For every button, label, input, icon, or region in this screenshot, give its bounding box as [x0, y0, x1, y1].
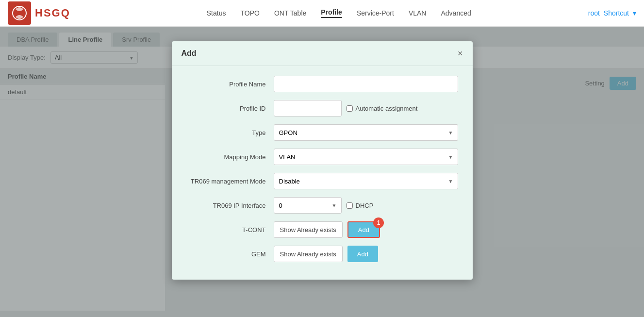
dhcp-checkbox-label[interactable]: DHCP: [347, 202, 374, 209]
modal-header: Add ×: [172, 41, 473, 66]
tr069-ip-label: TR069 IP Interface: [186, 202, 274, 209]
dhcp-label-text: DHCP: [356, 202, 374, 209]
tr069-ip-select-wrapper[interactable]: 0 1: [274, 197, 342, 214]
nav-vlan[interactable]: VLAN: [409, 9, 427, 17]
main-content: DBA Profile Line Profile Srv Profile Dis…: [0, 27, 644, 317]
automatic-assignment-checkbox-label[interactable]: Automatic assignment: [347, 105, 418, 112]
nav-shortcut-arrow-icon[interactable]: ▾: [633, 9, 636, 17]
mapping-mode-select-wrapper[interactable]: VLAN GEM: [274, 149, 458, 165]
modal-overlay: Add × Profile Name Profile ID Auto: [0, 27, 644, 317]
gem-label: GEM: [186, 250, 274, 258]
gem-add-button[interactable]: Add: [347, 246, 378, 262]
form-row-tr069-ip: TR069 IP Interface 0 1 DHCP: [186, 197, 458, 214]
gem-add-button-label: Add: [357, 250, 368, 258]
profile-name-label: Profile Name: [186, 81, 274, 88]
mapping-mode-select[interactable]: VLAN GEM: [274, 149, 458, 165]
tr069-mgmt-select[interactable]: Disable Enable: [274, 173, 458, 189]
modal: Add × Profile Name Profile ID Auto: [172, 41, 473, 280]
type-select-wrapper[interactable]: GPON EPON: [274, 124, 458, 141]
svg-rect-0: [8, 1, 31, 25]
form-row-profile-name: Profile Name: [186, 76, 458, 92]
form-row-profile-id: Profile ID Automatic assignment: [186, 100, 458, 117]
nav-service-port[interactable]: Service-Port: [357, 9, 394, 17]
modal-title: Add: [182, 49, 197, 58]
automatic-assignment-text: Automatic assignment: [356, 105, 418, 112]
form-row-gem: GEM Show Already exists Add: [186, 246, 458, 262]
tr069-ip-select[interactable]: 0 1: [274, 197, 342, 214]
tcont-add-button[interactable]: Add 1: [347, 221, 380, 238]
logo-text: HSGQ: [35, 7, 70, 19]
nav-shortcut[interactable]: Shortcut: [604, 9, 629, 17]
nav-status[interactable]: Status: [207, 9, 226, 17]
tcont-label: T-CONT: [186, 226, 274, 234]
nav-advanced[interactable]: Advanced: [441, 9, 471, 17]
logo-icon: [8, 1, 31, 25]
tcont-badge: 1: [373, 217, 384, 228]
logo-area: HSGQ: [8, 1, 70, 25]
type-select[interactable]: GPON EPON: [274, 124, 458, 141]
tcont-show-exists-button[interactable]: Show Already exists: [274, 221, 343, 238]
dhcp-checkbox[interactable]: [347, 202, 353, 209]
gem-show-exists-button[interactable]: Show Already exists: [274, 246, 343, 262]
nav-profile[interactable]: Profile: [321, 8, 342, 18]
form-row-mapping-mode: Mapping Mode VLAN GEM: [186, 149, 458, 165]
mapping-mode-label: Mapping Mode: [186, 153, 274, 161]
tr069-ip-row-inline: 0 1 DHCP: [274, 197, 458, 214]
profile-id-row-inline: Automatic assignment: [274, 100, 458, 117]
form-row-tcont: T-CONT Show Already exists Add 1: [186, 221, 458, 238]
tr069-mgmt-select-wrapper[interactable]: Disable Enable: [274, 173, 458, 189]
modal-close-button[interactable]: ×: [458, 49, 463, 58]
modal-body: Profile Name Profile ID Automatic assign…: [172, 66, 473, 280]
profile-id-label: Profile ID: [186, 105, 274, 112]
nav-links: Status TOPO ONT Table Profile Service-Po…: [90, 8, 588, 18]
tr069-mgmt-label: TR069 management Mode: [186, 178, 274, 185]
top-nav: HSGQ Status TOPO ONT Table Profile Servi…: [0, 0, 644, 27]
nav-user: root: [588, 9, 600, 17]
form-row-tr069-mgmt: TR069 management Mode Disable Enable: [186, 173, 458, 189]
gem-row-inline: Show Already exists Add: [274, 246, 458, 262]
nav-topo[interactable]: TOPO: [240, 9, 259, 17]
tcont-row-inline: Show Already exists Add 1: [274, 221, 458, 238]
type-label: Type: [186, 129, 274, 136]
tcont-add-button-label: Add: [358, 226, 369, 234]
nav-ont-table[interactable]: ONT Table: [274, 9, 306, 17]
automatic-assignment-checkbox[interactable]: [347, 105, 353, 112]
nav-right: root Shortcut ▾: [588, 9, 636, 17]
profile-id-input[interactable]: [274, 100, 342, 117]
profile-name-input[interactable]: [274, 76, 458, 92]
form-row-type: Type GPON EPON: [186, 124, 458, 141]
